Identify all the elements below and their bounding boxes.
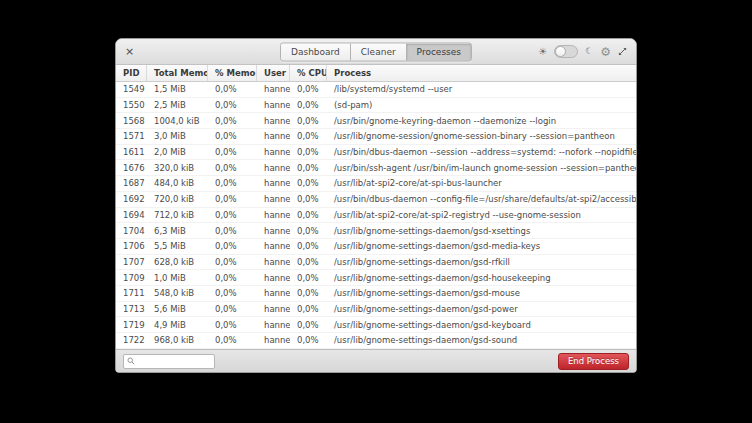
column-header[interactable]: % Memory (208, 65, 257, 81)
fullscreen-icon[interactable] (618, 47, 627, 56)
cell: hannes (257, 147, 290, 157)
cell: hannes (257, 116, 290, 126)
cell: hannes (257, 320, 290, 330)
cell: 720,0 kiB (147, 194, 208, 204)
cell: hannes (257, 226, 290, 236)
cell: 0,0% (290, 131, 327, 141)
cell: 0,0% (290, 257, 327, 267)
column-header[interactable]: PID (116, 65, 147, 81)
cell: 0,0% (208, 116, 257, 126)
cell: /usr/lib/at-spi2-core/at-spi2-registryd … (327, 210, 636, 220)
cell: 0,0% (290, 194, 327, 204)
cell: 0,0% (208, 257, 257, 267)
table-row[interactable]: 1692720,0 kiB0,0%hannes0,0%/usr/bin/dbus… (116, 192, 636, 208)
table-row[interactable]: 16112,0 MiB0,0%hannes0,0%/usr/bin/dbus-d… (116, 145, 636, 161)
cell: 0,0% (208, 147, 257, 157)
cell: 0,0% (208, 210, 257, 220)
cell: 320,0 kiB (147, 163, 208, 173)
cell: hannes (257, 194, 290, 204)
cell: /usr/lib/gnome-settings-daemon/gsd-mouse (327, 288, 636, 298)
table-row[interactable]: 1687484,0 kiB0,0%hannes0,0%/usr/lib/at-s… (116, 176, 636, 192)
cell: 0,0% (208, 241, 257, 251)
table-row[interactable]: 17091,0 MiB0,0%hannes0,0%/usr/lib/gnome-… (116, 270, 636, 286)
cell: /usr/lib/gnome-session/gnome-session-bin… (327, 131, 636, 141)
cell: 0,0% (290, 273, 327, 283)
table-row[interactable]: 17194,9 MiB0,0%hannes0,0%/usr/lib/gnome-… (116, 317, 636, 333)
cell: 628,0 kiB (147, 257, 208, 267)
moon-icon: ☾ (585, 47, 593, 56)
cell: 3,0 MiB (147, 131, 208, 141)
cell: /usr/lib/gnome-settings-daemon/gsd-house… (327, 273, 636, 283)
table-row[interactable]: 17046,3 MiB0,0%hannes0,0%/usr/lib/gnome-… (116, 223, 636, 239)
tab-processes[interactable]: Processes (407, 43, 471, 60)
cell: (sd-pam) (327, 100, 636, 110)
cell: 0,0% (208, 100, 257, 110)
cell: hannes (257, 84, 290, 94)
cell: 484,0 kiB (147, 178, 208, 188)
titlebar-actions: ☀ ☾ ⚙ (538, 39, 627, 64)
table-row[interactable]: 15502,5 MiB0,0%hannes0,0%(sd-pam) (116, 98, 636, 114)
cell: hannes (257, 241, 290, 251)
cell: 0,0% (290, 84, 327, 94)
cell: 1704 (116, 226, 147, 236)
cell: 2,5 MiB (147, 100, 208, 110)
cell: 6,3 MiB (147, 226, 208, 236)
toggle-knob (555, 46, 566, 57)
table-row[interactable]: 15681004,0 kiB0,0%hannes0,0%/usr/bin/gno… (116, 113, 636, 129)
column-header[interactable]: Process (327, 65, 636, 81)
cell: hannes (257, 163, 290, 173)
table-row[interactable]: 1711548,0 kiB0,0%hannes0,0%/usr/lib/gnom… (116, 286, 636, 302)
table-row[interactable]: 1676320,0 kiB0,0%hannes0,0%/usr/bin/ssh-… (116, 160, 636, 176)
cell: /usr/bin/dbus-daemon --session --address… (327, 147, 636, 157)
cell: 5,6 MiB (147, 304, 208, 314)
cell: /lib/systemd/systemd --user (327, 84, 636, 94)
tab-dashboard[interactable]: Dashboard (281, 43, 351, 60)
view-switcher: DashboardCleanerProcesses (280, 42, 472, 61)
cell: 1711 (116, 288, 147, 298)
cell: hannes (257, 131, 290, 141)
titlebar: × DashboardCleanerProcesses ☀ ☾ ⚙ (116, 39, 636, 65)
cell: 0,0% (208, 273, 257, 283)
column-header[interactable]: User (257, 65, 290, 81)
cell: 1571 (116, 131, 147, 141)
cell: 0,0% (290, 320, 327, 330)
column-header[interactable]: % CPU (290, 65, 327, 81)
cell: 0,0% (208, 178, 257, 188)
cell: 0,0% (290, 226, 327, 236)
search-box[interactable] (123, 354, 215, 369)
cell: 1549 (116, 84, 147, 94)
cell: /usr/lib/gnome-settings-daemon/gsd-rfkil… (327, 257, 636, 267)
table-row[interactable]: 17065,5 MiB0,0%hannes0,0%/usr/lib/gnome-… (116, 239, 636, 255)
cell: 1004,0 kiB (147, 116, 208, 126)
table-row[interactable]: 17135,6 MiB0,0%hannes0,0%/usr/lib/gnome-… (116, 302, 636, 318)
cell: 1676 (116, 163, 147, 173)
cell: 548,0 kiB (147, 288, 208, 298)
footer-bar: End Process (116, 349, 636, 372)
table-row[interactable]: 1722968,0 kiB0,0%hannes0,0%/usr/lib/gnom… (116, 333, 636, 349)
app-window: × DashboardCleanerProcesses ☀ ☾ ⚙ PIDTot… (115, 38, 637, 373)
cell: /usr/lib/at-spi2-core/at-spi-bus-launche… (327, 178, 636, 188)
search-input[interactable] (138, 357, 214, 366)
close-icon[interactable]: × (125, 46, 134, 57)
theme-toggle-switch[interactable] (554, 45, 578, 58)
cell: 2,0 MiB (147, 147, 208, 157)
cell: hannes (257, 178, 290, 188)
cell: 1706 (116, 241, 147, 251)
column-header[interactable]: Total Memory (147, 65, 208, 81)
end-process-button[interactable]: End Process (558, 353, 629, 370)
cell: 0,0% (290, 178, 327, 188)
table-row[interactable]: 1707628,0 kiB0,0%hannes0,0%/usr/lib/gnom… (116, 255, 636, 271)
cell: /usr/bin/gnome-keyring-daemon --daemoniz… (327, 116, 636, 126)
table-row[interactable]: 1694712,0 kiB0,0%hannes0,0%/usr/lib/at-s… (116, 208, 636, 224)
cell: hannes (257, 335, 290, 345)
cell: 1,5 MiB (147, 84, 208, 94)
cell: 1722 (116, 335, 147, 345)
cell: 0,0% (290, 163, 327, 173)
cell: 1687 (116, 178, 147, 188)
table-row[interactable]: 15491,5 MiB0,0%hannes0,0%/lib/systemd/sy… (116, 82, 636, 98)
table-row[interactable]: 15713,0 MiB0,0%hannes0,0%/usr/lib/gnome-… (116, 129, 636, 145)
tab-cleaner[interactable]: Cleaner (351, 43, 407, 60)
cell: 4,9 MiB (147, 320, 208, 330)
cell: 0,0% (208, 84, 257, 94)
gear-icon[interactable]: ⚙ (600, 46, 611, 58)
